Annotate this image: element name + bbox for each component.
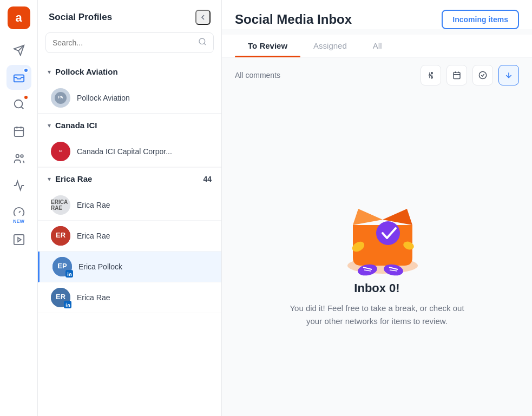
chevron-down-icon: ▾ [48,68,51,76]
incoming-items-button[interactable]: Incoming items [442,10,519,29]
canada-avatar-img: CI [55,146,67,157]
group-label-erica: Erica Rae [55,174,199,183]
svg-marker-13 [18,237,21,241]
profile-item-erica-2[interactable]: ER Erica Rae [38,221,221,252]
svg-rect-24 [67,273,68,276]
group-header-canada[interactable]: ▾ Canada ICI [38,114,221,136]
main-header: Social Media Inbox Incoming items [222,0,532,29]
nav-item-listen[interactable] [6,92,31,117]
tab-all[interactable]: All [360,35,395,57]
profile-name-erica-1: Erica Rae [77,201,110,209]
profile-item-pollock-aviation[interactable]: PA Pollock Aviation [38,83,221,114]
svg-point-42 [479,71,486,78]
svg-point-45 [376,221,400,245]
filter-date-button[interactable] [446,65,467,85]
calendar-filter-icon [452,71,461,80]
group-header-erica[interactable]: ▾ Erica Rae 44 [38,167,221,190]
group-badge-erica: 44 [203,175,212,183]
tab-assigned[interactable]: Assigned [300,35,360,57]
profile-item-erica-4[interactable]: ER Erica Rae [38,282,221,313]
svg-point-30 [429,75,431,76]
svg-rect-12 [14,235,23,245]
nav-item-inbox[interactable] [6,65,31,90]
sidebar-header: Social Profiles [38,0,221,32]
app-logo[interactable]: a [8,6,30,29]
group-label-canada: Canada ICI [55,121,212,130]
profile-item-erica-1[interactable]: ERICA RAE .avatar-tiny { font-size:6px; … [38,190,221,221]
filter-profiles-icon [426,71,435,80]
tabs-row: To Review Assigned All [222,35,532,57]
listen-badge [23,95,29,100]
inbox-zero-svg [329,182,437,279]
svg-line-15 [204,43,206,45]
svg-point-25 [67,272,68,273]
gauge-icon [13,207,25,219]
nav-item-calendar[interactable] [6,119,31,144]
send-icon [13,44,25,56]
logo-letter: a [15,11,22,25]
profile-name-erica-pollock: Erica Pollock [78,262,122,271]
search-bar [45,32,214,53]
svg-text:EP: EP [57,262,67,270]
avatar-erica-pollock: EP [52,257,72,276]
sidebar-collapse-button[interactable] [195,10,211,25]
avatar-pollock: PA [51,88,70,108]
svg-line-4 [21,107,23,109]
avatar-erica-4: ER [51,288,70,307]
svg-point-3 [14,100,22,108]
profile-item-erica-pollock[interactable]: EP Erica Pollock [38,252,221,282]
nav-item-new[interactable]: NEW [6,200,31,225]
avatar-erica-1: ERICA RAE .avatar-tiny { font-size:6px; … [51,195,70,215]
svg-text:ER: ER [56,231,66,239]
sidebar-title: Social Profiles [49,12,112,23]
filter-row: All comments [222,57,532,93]
svg-rect-28 [65,304,67,307]
profile-item-canada-ici[interactable]: CI Canada ICI Capital Corpor... [38,136,221,167]
avatar-erica-2: ER [51,226,70,246]
inbox-zero-title: Inbox 0! [354,281,399,295]
nav-item-media[interactable] [6,227,31,252]
chevron-left-icon [199,13,207,22]
sort-button[interactable] [498,65,519,85]
tab-to-review[interactable]: To Review [235,35,300,57]
svg-point-10 [21,155,23,157]
svg-point-9 [16,155,19,158]
svg-rect-5 [14,128,23,137]
svg-text:PA: PA [58,95,63,99]
linkedin-badge-pollock [65,270,73,278]
inbox-zero-area: Inbox 0! You did it! Feel free to take a… [222,93,532,416]
profile-name-erica-2: Erica Rae [77,232,110,240]
sidebar-list: ▾ Pollock Aviation PA Pollock Aviation ▾… [38,61,221,416]
search-input[interactable] [52,38,194,47]
inbox-badge [23,68,29,73]
linkedin-icon-2 [65,302,70,307]
check-circle-icon [478,71,487,80]
filter-status-button[interactable] [472,65,493,85]
analytics-icon [13,180,25,192]
left-navigation: a NEW [0,0,38,416]
svg-line-11 [19,211,21,213]
group-label-pollock: Pollock Aviation [55,67,212,76]
group-header-pollock[interactable]: ▾ Pollock Aviation [38,61,221,83]
profile-name-pollock: Pollock Aviation [77,94,130,102]
pollock-avatar-img: PA [55,92,67,104]
svg-point-29 [65,302,67,303]
nav-item-team[interactable] [6,146,31,171]
profile-name-canada: Canada ICI Capital Corpor... [77,147,172,156]
linkedin-badge-erica4 [64,301,71,308]
main-content: Social Media Inbox Incoming items To Rev… [222,0,532,416]
media-icon [13,234,25,246]
chevron-down-icon-canada: ▾ [48,122,51,129]
avatar-canada: CI [51,142,70,161]
new-label: NEW [13,219,24,224]
filter-label: All comments [235,71,415,80]
search-icon [198,37,207,48]
nav-item-analytics[interactable] [6,173,31,198]
sidebar: Social Profiles ▾ Pollock Aviation PA Po… [38,0,222,416]
filter-profiles-button[interactable] [421,65,441,85]
erica-avatar-img-2: ER [51,226,70,246]
svg-point-14 [199,38,205,44]
nav-item-send[interactable] [6,38,31,63]
listen-icon [13,98,25,110]
inbox-zero-illustration [329,182,426,268]
